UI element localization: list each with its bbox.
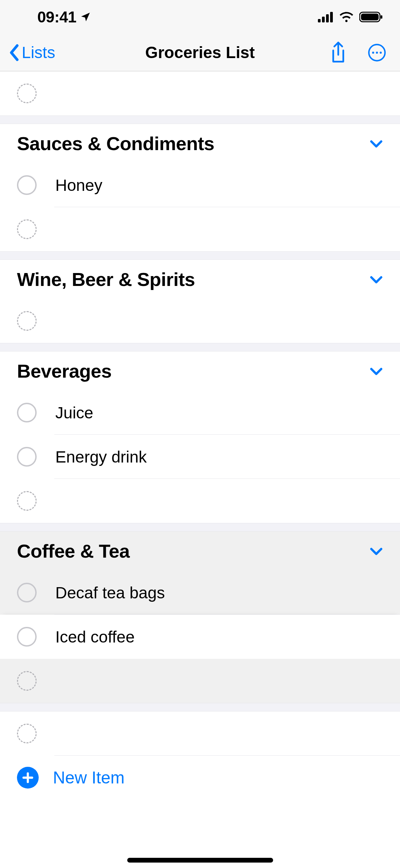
svg-rect-1: [322, 17, 325, 22]
chevron-left-icon: [8, 44, 20, 61]
nav-bar: Lists Groceries List: [0, 34, 400, 71]
section-title: Coffee & Tea: [17, 540, 130, 562]
back-label: Lists: [22, 43, 55, 62]
svg-rect-6: [381, 15, 382, 19]
add-item-placeholder[interactable]: [0, 711, 400, 756]
list-item[interactable]: Honey: [0, 163, 400, 207]
status-right: [318, 11, 383, 23]
section-title: Wine, Beer & Spirits: [17, 268, 195, 290]
section-gap: [0, 251, 400, 260]
list-item[interactable]: Decaf tea bags: [0, 571, 400, 615]
item-label: Honey: [55, 176, 102, 195]
divider: [54, 755, 400, 756]
home-indicator: [127, 858, 273, 863]
section-gap: [0, 343, 400, 351]
section-gap: [0, 115, 400, 124]
checkbox[interactable]: [17, 175, 37, 195]
svg-point-10: [380, 51, 382, 53]
section-gap: [0, 523, 400, 531]
add-item-placeholder[interactable]: [0, 71, 400, 115]
item-label: Iced coffee: [55, 628, 135, 646]
chevron-down-icon: [369, 367, 383, 376]
wifi-icon: [339, 12, 354, 22]
list-item[interactable]: Iced coffee: [0, 615, 400, 659]
section-title: Sauces & Condiments: [17, 132, 214, 155]
new-item-button[interactable]: New Item: [0, 756, 400, 800]
nav-actions: [329, 41, 386, 64]
item-label: Decaf tea bags: [55, 583, 165, 602]
svg-rect-5: [361, 14, 379, 20]
svg-point-8: [372, 51, 374, 53]
more-icon[interactable]: [367, 43, 386, 62]
dashed-circle-icon: [17, 219, 37, 239]
chevron-down-icon: [369, 547, 383, 556]
svg-rect-0: [318, 19, 321, 22]
add-item-placeholder[interactable]: [0, 299, 400, 343]
page-title: Groceries List: [145, 43, 255, 62]
svg-rect-2: [326, 14, 329, 22]
add-item-placeholder[interactable]: [0, 659, 400, 703]
list-item[interactable]: Juice: [0, 391, 400, 435]
new-item-label: New Item: [53, 768, 125, 788]
svg-point-9: [376, 51, 378, 53]
add-item-placeholder[interactable]: [0, 207, 400, 251]
checkbox[interactable]: [17, 583, 37, 602]
status-time: 09:41: [37, 8, 76, 26]
list-item[interactable]: Energy drink: [0, 435, 400, 479]
location-icon: [80, 11, 91, 23]
status-left: 09:41: [37, 8, 91, 26]
section-title: Beverages: [17, 360, 112, 382]
item-label: Juice: [55, 403, 93, 422]
svg-rect-3: [330, 12, 333, 22]
plus-icon: [17, 767, 39, 789]
checkbox[interactable]: [17, 627, 37, 647]
section-header-coffee-tea[interactable]: Coffee & Tea: [0, 531, 400, 571]
section-header-beverages[interactable]: Beverages: [0, 351, 400, 391]
chevron-down-icon: [369, 139, 383, 148]
chevron-down-icon: [369, 275, 383, 284]
section-header-wine-beer-spirits[interactable]: Wine, Beer & Spirits: [0, 260, 400, 299]
back-button[interactable]: Lists: [7, 43, 55, 62]
item-label: Energy drink: [55, 448, 147, 466]
section-gap: [0, 703, 400, 711]
checkbox[interactable]: [17, 447, 37, 467]
dashed-circle-icon: [17, 311, 37, 331]
checkbox[interactable]: [17, 403, 37, 422]
dashed-circle-icon: [17, 724, 37, 743]
dashed-circle-icon: [17, 491, 37, 511]
battery-icon: [359, 11, 383, 23]
dashed-circle-icon: [17, 84, 37, 103]
status-bar: 09:41: [0, 0, 400, 34]
dashed-circle-icon: [17, 671, 37, 691]
share-icon[interactable]: [329, 41, 347, 64]
cellular-icon: [318, 12, 334, 22]
section-header-sauces-condiments[interactable]: Sauces & Condiments: [0, 124, 400, 163]
add-item-placeholder[interactable]: [0, 479, 400, 523]
